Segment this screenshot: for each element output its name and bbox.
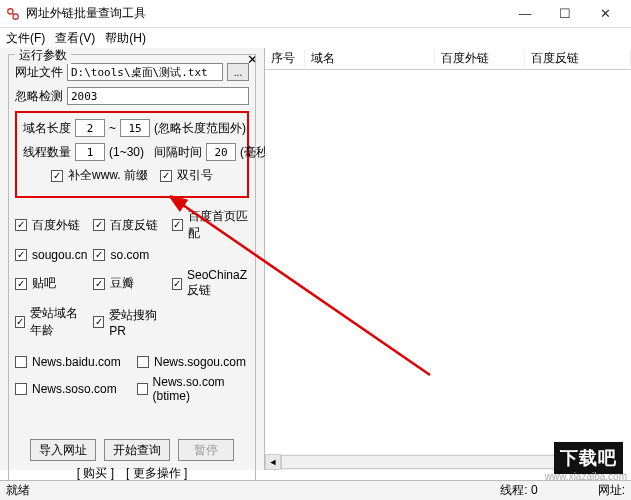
app-icon — [6, 7, 20, 21]
window-buttons: — ☐ ✕ — [505, 2, 625, 26]
domain-max-input[interactable] — [120, 119, 150, 137]
stop-button[interactable]: 暂停 — [178, 439, 234, 461]
cb-tieba[interactable]: 贴吧 — [15, 268, 87, 299]
cb-news-sogou[interactable]: News.sogou.com — [137, 355, 249, 369]
col-seq[interactable]: 序号 — [265, 50, 305, 67]
cb-baidu-home[interactable]: 百度首页匹配 — [172, 208, 249, 242]
cb-aizhan-pr[interactable]: 爱站搜狗PR — [93, 305, 165, 339]
download-logo: 下载吧 — [554, 442, 623, 474]
results-table: 序号 域名 百度外链 百度反链 ◄ ► — [265, 48, 631, 470]
cb-aizhan-age[interactable]: 爱站域名年龄 — [15, 305, 87, 339]
tilde-label: ~ — [109, 121, 116, 135]
cb-news-baidu[interactable]: News.baidu.com — [15, 355, 127, 369]
thread-label: 线程数量 — [23, 144, 71, 161]
thread-note: (1~30) — [109, 145, 144, 159]
import-button[interactable]: 导入网址 — [30, 439, 96, 461]
cb-seochina[interactable]: SeoChinaZ反链 — [172, 268, 249, 299]
col-back[interactable]: 百度反链 — [525, 50, 631, 67]
domain-len-label: 域名长度 — [23, 120, 71, 137]
cb-news-soso[interactable]: News.soso.com — [15, 375, 127, 403]
domain-min-input[interactable] — [75, 119, 105, 137]
group-title: 运行参数 — [15, 47, 71, 64]
domain-len-note: (忽略长度范围外) — [154, 120, 246, 137]
cb-douban[interactable]: 豆瓣 — [93, 268, 165, 299]
urlfile-input[interactable] — [67, 63, 223, 81]
cb-sougou[interactable]: sougou.cn — [15, 248, 87, 262]
prefix-checkbox[interactable]: 补全www. 前缀 — [51, 167, 148, 184]
status-urlcount: 网址: — [598, 482, 625, 499]
menu-view[interactable]: 查看(V) — [55, 30, 95, 47]
quote-checkbox[interactable]: 双引号 — [160, 167, 213, 184]
start-button[interactable]: 开始查询 — [104, 439, 170, 461]
menu-bar: 文件(F) 查看(V) 帮助(H) — [0, 28, 631, 48]
interval-label: 间隔时间 — [154, 144, 202, 161]
interval-input[interactable] — [206, 143, 236, 161]
thread-input[interactable] — [75, 143, 105, 161]
maximize-button[interactable]: ☐ — [545, 2, 585, 26]
cb-baidu-out[interactable]: 百度外链 — [15, 208, 87, 242]
cb-so[interactable]: so.com — [93, 248, 165, 262]
title-bar: 网址外链批量查询工具 — ☐ ✕ — [0, 0, 631, 28]
status-bar: 就绪 线程: 0 网址: — [0, 480, 631, 500]
browse-button[interactable]: ... — [227, 63, 249, 81]
status-threads: 线程: 0 — [500, 482, 537, 499]
close-button[interactable]: ✕ — [585, 2, 625, 26]
left-panel: ✕ 运行参数 网址文件 ... 忽略检测 域名长度 ~ (忽略长度范围外) — [0, 48, 265, 470]
run-params-group: 运行参数 网址文件 ... 忽略检测 域名长度 ~ (忽略长度范围外) — [8, 54, 256, 489]
ignore-label: 忽略检测 — [15, 88, 63, 105]
col-domain[interactable]: 域名 — [305, 50, 435, 67]
window-title: 网址外链批量查询工具 — [26, 5, 505, 22]
highlight-box: 域名长度 ~ (忽略长度范围外) 线程数量 (1~30) 间隔时间 (毫秒) 补… — [15, 111, 249, 198]
urlfile-label: 网址文件 — [15, 64, 63, 81]
ignore-input[interactable] — [67, 87, 249, 105]
col-out[interactable]: 百度外链 — [435, 50, 525, 67]
status-ready: 就绪 — [6, 482, 30, 499]
svg-line-2 — [12, 13, 14, 15]
minimize-button[interactable]: — — [505, 2, 545, 26]
menu-help[interactable]: 帮助(H) — [105, 30, 146, 47]
cb-news-so[interactable]: News.so.com (btime) — [137, 375, 249, 403]
menu-file[interactable]: 文件(F) — [6, 30, 45, 47]
cb-baidu-back[interactable]: 百度反链 — [93, 208, 165, 242]
